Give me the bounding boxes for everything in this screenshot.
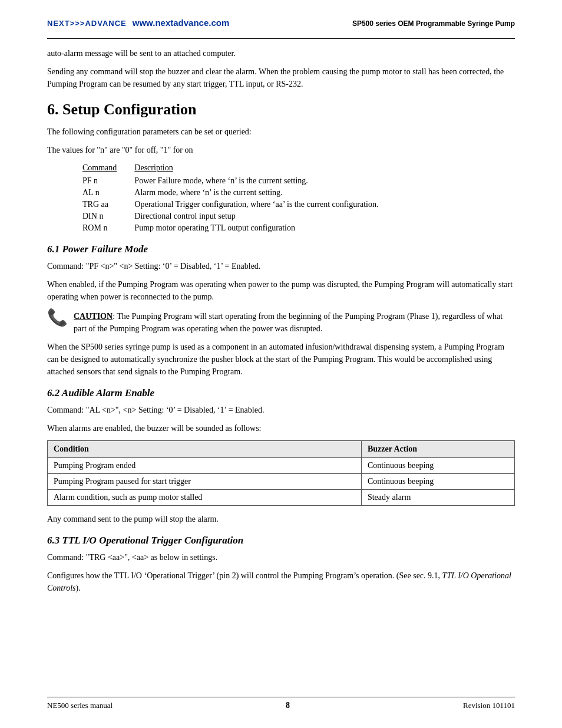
- alarm-action-cell: Continuous beeping: [361, 458, 514, 474]
- alarm-table-row: Alarm condition, such as pump motor stal…: [48, 490, 515, 506]
- command-table-row: AL nAlarm mode, where ‘n’ is the current…: [82, 187, 396, 199]
- command-table-row: TRG aaOperational Trigger configuration,…: [82, 199, 396, 210]
- caution-icon: 📞: [47, 308, 68, 327]
- command-cell: TRG aa: [82, 199, 134, 210]
- command-table-row: PF nPower Failure mode, where ‘n’ is the…: [82, 175, 396, 187]
- section63-para1-text: Configures how the TTL I/O ‘Operational …: [47, 571, 442, 580]
- section62-command: Command: "AL <n>", <n> Setting: ‘0’ = Di…: [47, 404, 515, 416]
- section62-after-table: Any command sent to the pump will stop t…: [47, 513, 515, 525]
- section62-para1: When alarms are enabled, the buzzer will…: [47, 422, 515, 434]
- alarm-table: Condition Buzzer Action Pumping Program …: [47, 440, 515, 506]
- description-cell: Operational Trigger configuration, where…: [134, 199, 396, 210]
- command-table-row: DIN nDirectional control input setup: [82, 210, 396, 222]
- description-cell: Pump motor operating TTL output configur…: [134, 222, 396, 234]
- caution-block: 📞 CAUTION: The Pumping Program will star…: [47, 310, 515, 335]
- description-cell: Alarm mode, where ‘n’ is the current set…: [134, 187, 396, 199]
- alarm-condition-cell: Alarm condition, such as pump motor stal…: [48, 490, 362, 506]
- intro-para-1: auto-alarm message will be sent to an at…: [47, 47, 515, 60]
- caution-text: CAUTION: The Pumping Program will start …: [74, 310, 515, 335]
- footer-left: NE500 series manual: [47, 701, 113, 710]
- command-cell: ROM n: [82, 222, 134, 234]
- alarm-table-row: Pumping Program endedContinuous beeping: [48, 458, 515, 474]
- page-footer: NE500 series manual 8 Revision 101101: [47, 697, 515, 710]
- caution-label: CAUTION: [74, 312, 113, 321]
- page: NEXT>>>ADVANCE www.nextadvance.com SP500…: [0, 0, 562, 728]
- section6-intro1: The following configuration parameters c…: [47, 126, 515, 138]
- logo-text: NEXT>>>ADVANCE: [47, 19, 127, 28]
- alarm-condition-header: Condition: [48, 441, 362, 458]
- section61-para2: When the SP500 series syringe pump is us…: [47, 341, 515, 378]
- description-cell: Directional control input setup: [134, 210, 396, 222]
- command-cell: DIN n: [82, 210, 134, 222]
- alarm-action-cell: Continuous beeping: [361, 474, 514, 490]
- caution-body: : The Pumping Program will start operati…: [74, 312, 503, 333]
- company-logo: NEXT>>>ADVANCE: [47, 19, 127, 28]
- section6-heading: 6. Setup Configuration: [47, 101, 515, 118]
- section63-heading: 6.3 TTL I/O Operational Trigger Configur…: [47, 535, 515, 546]
- page-number: 8: [286, 701, 290, 710]
- description-col-header: Description: [134, 162, 396, 175]
- section63-para1: Configures how the TTL I/O ‘Operational …: [47, 569, 515, 594]
- product-title: SP500 series OEM Programmable Syringe Pu…: [352, 19, 515, 28]
- section6-intro2: The values for "n" are "0" for off, "1" …: [47, 144, 515, 156]
- command-col-header: Command: [82, 162, 134, 175]
- alarm-condition-cell: Pumping Program paused for start trigger: [48, 474, 362, 490]
- section61-command: Command: "PF <n>" <n> Setting: ‘0’ = Dis…: [47, 260, 515, 272]
- description-cell: Power Failure mode, where ‘n’ is the cur…: [134, 175, 396, 187]
- command-table-row: ROM nPump motor operating TTL output con…: [82, 222, 396, 234]
- section63-para1-end: ).: [76, 584, 81, 592]
- alarm-condition-cell: Pumping Program ended: [48, 458, 362, 474]
- command-cell: PF n: [82, 175, 134, 187]
- alarm-action-cell: Steady alarm: [361, 490, 514, 506]
- page-header: NEXT>>>ADVANCE www.nextadvance.com SP500…: [47, 18, 515, 28]
- header-divider: [47, 38, 515, 39]
- alarm-action-header: Buzzer Action: [361, 441, 514, 458]
- section61-heading: 6.1 Power Failure Mode: [47, 243, 515, 255]
- section61-para1: When enabled, if the Pumping Program was…: [47, 278, 515, 303]
- footer-right: Revision 101101: [463, 701, 515, 710]
- command-cell: AL n: [82, 187, 134, 199]
- command-table: Command Description PF nPower Failure mo…: [82, 162, 396, 234]
- website-url: www.nextadvance.com: [133, 18, 230, 28]
- intro-para-2: Sending any command will stop the buzzer…: [47, 65, 515, 90]
- section62-heading: 6.2 Audible Alarm Enable: [47, 387, 515, 399]
- section63-command: Command: "TRG <aa>", <aa> as below in se…: [47, 551, 515, 564]
- alarm-table-row: Pumping Program paused for start trigger…: [48, 474, 515, 490]
